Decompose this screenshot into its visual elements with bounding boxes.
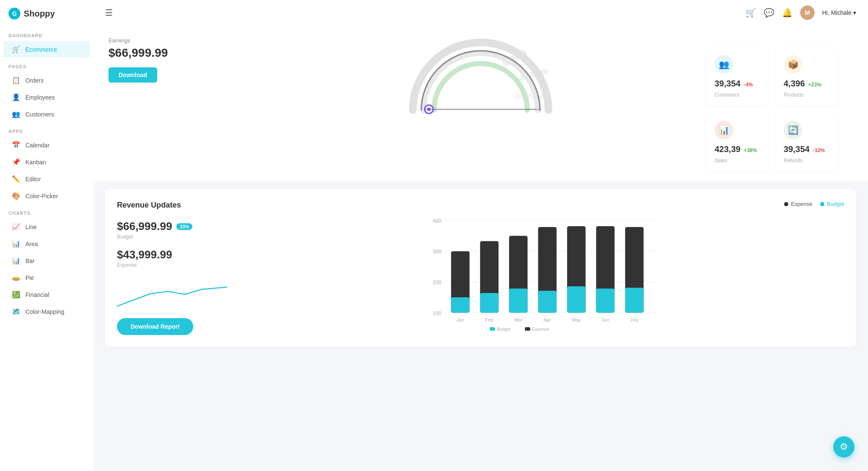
employees-icon: 👤 bbox=[12, 93, 20, 101]
settings-fab[interactable]: ⚙ bbox=[833, 436, 854, 457]
svg-rect-26 bbox=[596, 288, 615, 313]
sidebar-item-bar[interactable]: 📊Bar bbox=[3, 252, 90, 269]
sales-change: +38% bbox=[744, 147, 757, 153]
sidebar-item-calendar[interactable]: 📅Calendar bbox=[3, 137, 90, 153]
svg-text:Feb: Feb bbox=[485, 317, 494, 322]
customers-label: Customers bbox=[715, 92, 761, 98]
products-icon-circle: 📦 bbox=[784, 55, 802, 74]
sidebar-item-label-editor: Editor bbox=[25, 176, 41, 183]
hero-left: Earnings $66,999.99 Download bbox=[108, 37, 168, 83]
products-value: 4,396 bbox=[784, 79, 805, 89]
customers-icon-circle: 👥 bbox=[715, 55, 733, 74]
refunds-value-row: 39,354 -12% bbox=[784, 144, 830, 154]
expense-label: Expense bbox=[117, 262, 227, 268]
sidebar-item-orders[interactable]: 📋Orders bbox=[3, 72, 90, 89]
sidebar-item-area[interactable]: 📊Area bbox=[3, 236, 90, 252]
svg-text:May: May bbox=[572, 317, 581, 322]
chevron-down-icon: ▾ bbox=[853, 9, 856, 16]
customers-change: -4% bbox=[744, 82, 753, 88]
line-chart-svg bbox=[117, 277, 227, 310]
customers-icon: 👥 bbox=[12, 110, 20, 118]
sales-icon: 📊 bbox=[719, 125, 729, 135]
sales-value: 423,39 bbox=[715, 144, 740, 154]
revenue-left: Revenue Updates $66,999.99 23% Budget $4… bbox=[117, 201, 227, 335]
bell-icon[interactable]: 🔔 bbox=[782, 8, 793, 18]
chat-icon[interactable]: 💬 bbox=[764, 8, 774, 18]
svg-text:Apr: Apr bbox=[544, 317, 551, 322]
svg-text:Expense: Expense bbox=[532, 327, 549, 332]
customers-value-row: 39,354 -4% bbox=[715, 79, 761, 89]
download-button[interactable]: Download bbox=[108, 67, 157, 83]
earnings-value: $66,999.99 bbox=[108, 46, 168, 60]
customers-icon: 👥 bbox=[719, 59, 729, 69]
sidebar-item-ecommerce[interactable]: 🛒Ecommerce bbox=[3, 41, 90, 58]
budget-dot bbox=[820, 202, 824, 206]
expense-legend-label: Expense bbox=[791, 201, 812, 207]
download-report-button[interactable]: Download Report bbox=[117, 318, 193, 335]
cart-icon[interactable]: 🛒 bbox=[746, 8, 756, 18]
sidebar-item-employees[interactable]: 👤Employees bbox=[3, 89, 90, 105]
products-label: Products bbox=[784, 92, 830, 98]
svg-text:Jun: Jun bbox=[601, 317, 609, 322]
sidebar-item-label-kanban: Kanban bbox=[25, 159, 46, 166]
color-picker-icon: 🎨 bbox=[12, 192, 20, 200]
sidebar-item-label-ecommerce: Ecommerce bbox=[25, 46, 57, 53]
kanban-icon: 📌 bbox=[12, 158, 20, 166]
svg-rect-28 bbox=[625, 288, 644, 313]
sidebar-item-line[interactable]: 📈Line bbox=[3, 219, 90, 235]
sidebar-item-label-line: Line bbox=[25, 224, 36, 230]
svg-rect-2 bbox=[515, 93, 544, 99]
logo-icon: G bbox=[8, 8, 20, 19]
refunds-icon-circle: 🔄 bbox=[784, 121, 802, 139]
sidebar-item-financial[interactable]: 💹Financial bbox=[3, 286, 90, 303]
line-icon: 📈 bbox=[12, 223, 20, 231]
sidebar-section-apps: APPS bbox=[0, 123, 93, 136]
stats-grid: 👥 39,354 -4% Customers 📦 4,396 +23% Prod… bbox=[692, 37, 853, 181]
sidebar-item-editor[interactable]: ✏️Editor bbox=[3, 171, 90, 187]
sidebar-item-label-pie: Pie bbox=[25, 274, 34, 281]
budget-value-row: $66,999.99 23% bbox=[117, 220, 227, 233]
refunds-label: Refunds bbox=[784, 158, 830, 163]
area-icon: 📊 bbox=[12, 240, 20, 248]
svg-text:100: 100 bbox=[433, 310, 442, 316]
budget-stat: $66,999.99 23% Budget bbox=[117, 220, 227, 240]
financial-icon: 💹 bbox=[12, 291, 20, 299]
calendar-icon: 📅 bbox=[12, 141, 20, 149]
mini-line-chart bbox=[117, 277, 227, 310]
bar-chart-svg: 400 300 200 100 bbox=[241, 214, 844, 332]
sidebar-section-pages: PAGES bbox=[0, 58, 93, 72]
stat-card-refunds: 🔄 39,354 -12% Refunds bbox=[776, 113, 837, 171]
bar-icon: 📊 bbox=[12, 257, 20, 265]
sidebar-item-color-mapping[interactable]: 🗺️Color-Mapping bbox=[3, 303, 90, 320]
sidebar-item-kanban[interactable]: 📌Kanban bbox=[3, 154, 90, 170]
expense-stat: $43,999.99 Expense bbox=[117, 248, 227, 268]
svg-rect-22 bbox=[538, 291, 557, 313]
sidebar-item-label-color-mapping: Color-Mapping bbox=[25, 308, 64, 315]
sidebar-item-customers[interactable]: 👥Customers bbox=[3, 106, 90, 122]
earnings-label: Earnings bbox=[108, 37, 168, 44]
sidebar-item-pie[interactable]: 🥧Pie bbox=[3, 269, 90, 286]
sidebar-item-label-employees: Employees bbox=[25, 94, 55, 101]
refunds-icon: 🔄 bbox=[788, 125, 798, 135]
customers-value: 39,354 bbox=[715, 79, 740, 89]
content-area: Earnings $66,999.99 Download bbox=[93, 25, 868, 471]
sidebar-item-color-picker[interactable]: 🎨Color-Picker bbox=[3, 188, 90, 204]
topbar-left: ☰ bbox=[105, 8, 113, 18]
svg-text:Jan: Jan bbox=[456, 317, 464, 322]
budget-value: $66,999.99 bbox=[117, 220, 172, 233]
app-logo: G Shoppy bbox=[0, 0, 93, 27]
svg-text:Mar: Mar bbox=[514, 317, 523, 322]
svg-text:July: July bbox=[630, 317, 639, 322]
sidebar-item-label-bar: Bar bbox=[25, 258, 35, 264]
sales-icon-circle: 📊 bbox=[715, 121, 733, 139]
topbar: ☰ 🛒 💬 🔔 M Hi, Michale ▾ bbox=[93, 0, 868, 25]
svg-rect-24 bbox=[567, 286, 586, 313]
user-greeting[interactable]: Hi, Michale ▾ bbox=[822, 9, 856, 16]
budget-legend: Budget bbox=[820, 201, 844, 207]
revenue-title: Revenue Updates bbox=[117, 201, 227, 210]
svg-rect-36 bbox=[490, 327, 495, 331]
avatar: M bbox=[800, 6, 815, 20]
svg-rect-20 bbox=[509, 288, 528, 313]
gauge-svg bbox=[400, 38, 561, 123]
menu-icon[interactable]: ☰ bbox=[105, 8, 113, 18]
